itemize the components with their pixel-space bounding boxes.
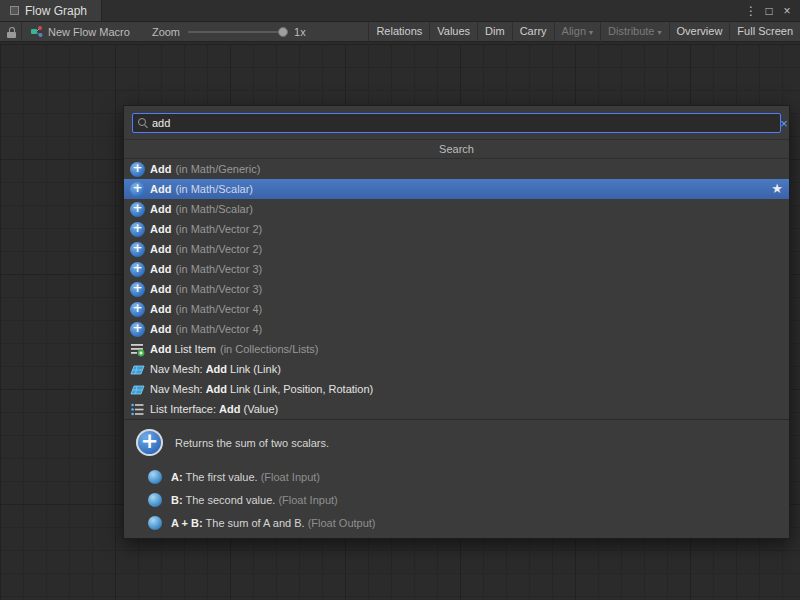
add-unit-icon <box>130 242 145 257</box>
add-unit-icon <box>130 262 145 277</box>
search-area: × <box>124 106 789 139</box>
zoom-slider-track <box>188 31 288 33</box>
result-row-selected[interactable]: Add(in Math/Scalar) ★ <box>124 179 789 199</box>
distribute-dropdown-button[interactable]: Distribute▾ <box>600 22 668 42</box>
result-row[interactable]: Add(in Math/Generic) <box>124 159 789 179</box>
window-controls: ⋮ □ × <box>742 0 800 21</box>
description-panel: Returns the sum of two scalars. A: The f… <box>124 419 789 538</box>
summary-text: Returns the sum of two scalars. <box>175 437 329 449</box>
port-row: B: The second value. (Float Input) <box>148 493 777 507</box>
flow-macro-icon <box>30 25 43 38</box>
nav-mesh-icon <box>130 362 145 377</box>
result-row[interactable]: Add(in Math/Vector 3) <box>124 279 789 299</box>
carry-button[interactable]: Carry <box>512 22 554 42</box>
add-unit-icon <box>130 202 145 217</box>
result-row[interactable]: Add(in Math/Scalar) <box>124 199 789 219</box>
add-list-item-icon <box>130 342 145 357</box>
overview-button[interactable]: Overview <box>669 22 730 42</box>
tab-flow-graph[interactable]: Flow Graph <box>0 0 102 21</box>
add-unit-icon <box>130 282 145 297</box>
kebab-menu-icon[interactable]: ⋮ <box>742 0 760 22</box>
list-interface-icon <box>130 402 145 417</box>
toolbar-buttons: Relations Values Dim Carry Align▾ Distri… <box>368 22 800 42</box>
graph-toolbar: New Flow Macro Zoom 1x Relations Values … <box>0 22 800 42</box>
add-unit-icon <box>130 182 145 197</box>
macro-breadcrumb[interactable]: New Flow Macro <box>22 22 138 42</box>
favorite-star-icon[interactable]: ★ <box>771 181 783 196</box>
title-bar: Flow Graph ⋮ □ × <box>0 0 800 22</box>
lock-button[interactable] <box>0 22 22 42</box>
float-port-icon <box>148 516 162 530</box>
port-row: A + B: The sum of A and B. (Float Output… <box>148 516 777 530</box>
search-input[interactable] <box>152 117 775 129</box>
ports-list: A: The first value. (Float Input) B: The… <box>148 470 777 530</box>
float-port-icon <box>148 470 162 484</box>
result-row[interactable]: Add(in Math/Vector 4) <box>124 299 789 319</box>
result-row[interactable]: List Interface: Add (Value) <box>124 399 789 419</box>
dim-button[interactable]: Dim <box>477 22 512 42</box>
add-unit-icon <box>130 162 145 177</box>
search-box <box>132 113 781 133</box>
nav-mesh-icon <box>130 382 145 397</box>
result-row[interactable]: Nav Mesh: Add Link (Link, Position, Rota… <box>124 379 789 399</box>
float-port-icon <box>148 493 162 507</box>
result-row[interactable]: Add(in Math/Vector 2) <box>124 239 789 259</box>
flow-graph-window: Flow Graph ⋮ □ × New Flow Macro Zoom <box>0 0 800 600</box>
close-icon[interactable]: × <box>778 0 796 22</box>
values-button[interactable]: Values <box>429 22 477 42</box>
add-unit-icon <box>130 222 145 237</box>
zoom-label: Zoom <box>152 26 180 38</box>
zoom-slider-handle[interactable] <box>278 27 288 37</box>
add-unit-large-icon <box>136 429 163 456</box>
results-list: Add(in Math/Generic) Add(in Math/Scalar)… <box>124 159 789 419</box>
chevron-down-icon: ▾ <box>658 23 662 42</box>
unit-summary: Returns the sum of two scalars. <box>136 429 777 456</box>
zoom-value-label: 1x <box>294 26 306 38</box>
maximize-icon[interactable]: □ <box>760 0 778 22</box>
clear-search-icon[interactable]: × <box>778 117 790 130</box>
tab-title: Flow Graph <box>25 4 87 18</box>
result-row[interactable]: Add(in Math/Vector 2) <box>124 219 789 239</box>
tab-icon <box>10 6 19 15</box>
result-row[interactable]: Add List Item(in Collections/Lists) <box>124 339 789 359</box>
search-icon <box>138 118 148 128</box>
zoom-slider[interactable] <box>188 22 288 42</box>
chevron-down-icon: ▾ <box>589 23 593 42</box>
relations-button[interactable]: Relations <box>368 22 429 42</box>
result-row[interactable]: Add(in Math/Vector 3) <box>124 259 789 279</box>
add-unit-icon <box>130 302 145 317</box>
results-group-header: Search <box>124 139 789 159</box>
port-row: A: The first value. (Float Input) <box>148 470 777 484</box>
result-row[interactable]: Nav Mesh: Add Link (Link) <box>124 359 789 379</box>
fuzzy-finder-popup: × Search Add(in Math/Generic) Add(in Mat… <box>123 105 790 539</box>
align-dropdown-button[interactable]: Align▾ <box>554 22 600 42</box>
result-row[interactable]: Add(in Math/Vector 4) <box>124 319 789 339</box>
add-unit-icon <box>130 322 145 337</box>
macro-name-label: New Flow Macro <box>48 26 130 38</box>
full-screen-button[interactable]: Full Screen <box>729 22 800 42</box>
